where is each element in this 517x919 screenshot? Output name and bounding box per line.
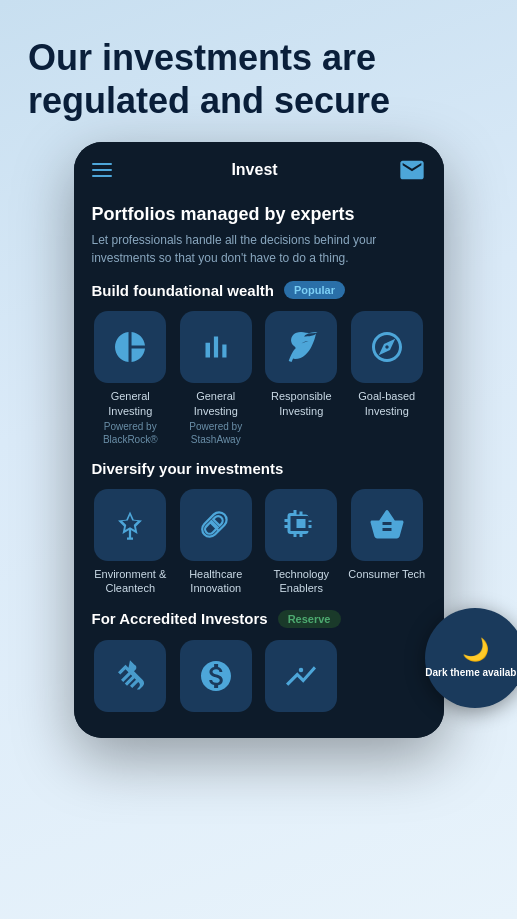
topbar-title: Invest — [231, 161, 277, 179]
accredited-cards-grid — [92, 640, 426, 718]
portfolios-desc: Let professionals handle all the decisio… — [92, 231, 426, 267]
card-1-subtitle: Powered by BlackRock® — [92, 420, 170, 446]
bar-chart-icon — [198, 329, 234, 365]
accredited-section: For Accredited Investors Reserve — [92, 610, 426, 628]
goal-icon-container — [351, 311, 423, 383]
phone-screen: Invest Portfolios managed by experts Let… — [74, 142, 444, 737]
accredited-label: For Accredited Investors — [92, 610, 268, 627]
basket-icon — [369, 507, 405, 543]
healthcare-innovation-card[interactable]: Healthcare Innovation — [177, 489, 255, 596]
responsible-investing-card[interactable]: Responsible Investing — [263, 311, 341, 446]
menu-icon[interactable] — [92, 163, 112, 177]
popular-badge: Popular — [284, 281, 345, 299]
healthcare-innovation-title: Healthcare Innovation — [177, 567, 255, 596]
handshake-icon-container — [94, 640, 166, 712]
diversify-label: Diversify your investments — [92, 460, 284, 477]
chart-up-icon-container — [265, 640, 337, 712]
reserve-badge: Reserve — [278, 610, 341, 628]
chip-icon — [283, 507, 319, 543]
card-3-title: Responsible Investing — [263, 389, 341, 418]
svg-point-0 — [299, 667, 304, 672]
consumer-tech-card[interactable]: Consumer Tech — [348, 489, 426, 596]
card-4-title: Goal-based Investing — [348, 389, 426, 418]
hero-title: Our investments are regulated and secure — [0, 0, 517, 142]
moon-icon: 🌙 — [462, 637, 489, 663]
pie-chart-icon — [112, 329, 148, 365]
accredited-card-1[interactable] — [92, 640, 170, 718]
chip-icon-container — [265, 489, 337, 561]
pill-icon-container — [180, 489, 252, 561]
chart-up-icon — [283, 658, 319, 694]
foundational-cards-grid: General Investing Powered by BlackRock® … — [92, 311, 426, 446]
accredited-card-3[interactable] — [263, 640, 341, 718]
dollar-circle-icon-container — [180, 640, 252, 712]
general-investing-stashaway-card[interactable]: General Investing Powered by StashAway — [177, 311, 255, 446]
build-wealth-section: Build foundational wealth Popular — [92, 281, 426, 299]
accredited-card-4-placeholder — [348, 640, 426, 718]
dark-theme-bubble[interactable]: 🌙 Dark theme available — [425, 608, 517, 708]
accredited-card-2[interactable] — [177, 640, 255, 718]
dark-theme-label: Dark theme available — [425, 667, 517, 679]
phone-content: Portfolios managed by experts Let profes… — [74, 194, 444, 737]
card-1-title: General Investing — [92, 389, 170, 418]
compass-icon — [369, 329, 405, 365]
dollar-circle-icon — [198, 658, 234, 694]
wind-turbine-icon — [112, 507, 148, 543]
diversify-cards-grid: Environment & Cleantech Healthcare Innov… — [92, 489, 426, 596]
responsible-icon-container — [265, 311, 337, 383]
technology-enablers-title: Technology Enablers — [263, 567, 341, 596]
pie-icon-container — [94, 311, 166, 383]
responsible-icon — [283, 329, 319, 365]
consumer-tech-title: Consumer Tech — [348, 567, 425, 581]
basket-icon-container — [351, 489, 423, 561]
card-2-subtitle: Powered by StashAway — [177, 420, 255, 446]
pill-icon — [198, 507, 234, 543]
handshake-icon — [112, 658, 148, 694]
bar-icon-container — [180, 311, 252, 383]
goal-based-investing-card[interactable]: Goal-based Investing — [348, 311, 426, 446]
portfolios-header: Portfolios managed by experts — [92, 204, 426, 225]
inbox-icon[interactable] — [398, 156, 426, 184]
card-2-title: General Investing — [177, 389, 255, 418]
diversify-section: Diversify your investments — [92, 460, 426, 477]
technology-enablers-card[interactable]: Technology Enablers — [263, 489, 341, 596]
build-wealth-label: Build foundational wealth — [92, 282, 275, 299]
general-investing-blackrock-card[interactable]: General Investing Powered by BlackRock® — [92, 311, 170, 446]
phone-frame: Invest Portfolios managed by experts Let… — [0, 142, 517, 737]
environment-cleantech-card[interactable]: Environment & Cleantech — [92, 489, 170, 596]
wind-icon-container — [94, 489, 166, 561]
phone-topbar: Invest — [74, 142, 444, 194]
environment-cleantech-title: Environment & Cleantech — [92, 567, 170, 596]
